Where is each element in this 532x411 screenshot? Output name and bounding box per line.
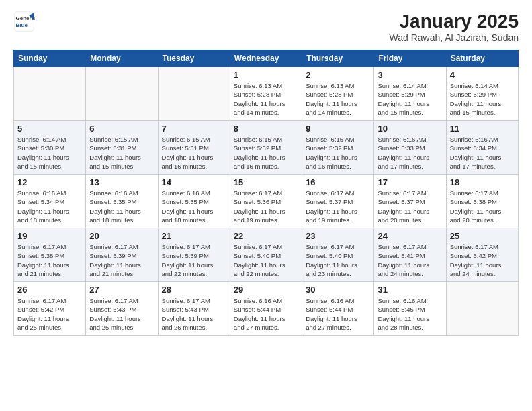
day-cell: 23Sunrise: 6:17 AM Sunset: 5:40 PM Dayli… xyxy=(302,228,374,282)
day-cell: 13Sunrise: 6:16 AM Sunset: 5:35 PM Dayli… xyxy=(86,175,158,228)
day-info: Sunrise: 6:16 AM Sunset: 5:34 PM Dayligh… xyxy=(17,189,82,224)
day-cell: 16Sunrise: 6:17 AM Sunset: 5:37 PM Dayli… xyxy=(302,175,374,228)
day-number: 19 xyxy=(17,231,82,241)
day-info: Sunrise: 6:17 AM Sunset: 5:38 PM Dayligh… xyxy=(450,189,515,224)
calendar-header-row: SundayMondayTuesdayWednesdayThursdayFrid… xyxy=(14,50,519,67)
day-info: Sunrise: 6:13 AM Sunset: 5:28 PM Dayligh… xyxy=(306,81,370,117)
day-cell: 31Sunrise: 6:16 AM Sunset: 5:45 PM Dayli… xyxy=(374,282,446,336)
month-title: January 2025 xyxy=(390,11,519,32)
day-info: Sunrise: 6:17 AM Sunset: 5:42 PM Dayligh… xyxy=(450,242,515,278)
day-info: Sunrise: 6:17 AM Sunset: 5:43 PM Dayligh… xyxy=(89,296,154,332)
day-info: Sunrise: 6:16 AM Sunset: 5:44 PM Dayligh… xyxy=(306,296,370,332)
day-info: Sunrise: 6:14 AM Sunset: 5:29 PM Dayligh… xyxy=(450,81,515,117)
day-cell: 27Sunrise: 6:17 AM Sunset: 5:43 PM Dayli… xyxy=(86,282,158,336)
day-cell: 26Sunrise: 6:17 AM Sunset: 5:42 PM Dayli… xyxy=(14,282,86,336)
week-row-4: 19Sunrise: 6:17 AM Sunset: 5:38 PM Dayli… xyxy=(14,228,519,282)
day-info: Sunrise: 6:17 AM Sunset: 5:39 PM Dayligh… xyxy=(162,242,226,278)
col-header-wednesday: Wednesday xyxy=(230,50,302,67)
day-number: 15 xyxy=(234,177,298,187)
day-info: Sunrise: 6:13 AM Sunset: 5:28 PM Dayligh… xyxy=(234,81,298,117)
calendar-table: SundayMondayTuesdayWednesdayThursdayFrid… xyxy=(13,50,519,336)
day-info: Sunrise: 6:16 AM Sunset: 5:35 PM Dayligh… xyxy=(162,189,226,224)
logo-icon: General Blue xyxy=(13,11,35,32)
day-cell: 30Sunrise: 6:16 AM Sunset: 5:44 PM Dayli… xyxy=(302,282,374,336)
day-number: 28 xyxy=(162,285,226,295)
day-cell: 29Sunrise: 6:16 AM Sunset: 5:44 PM Dayli… xyxy=(230,282,302,336)
col-header-friday: Friday xyxy=(374,50,446,67)
day-number: 18 xyxy=(450,177,515,187)
day-info: Sunrise: 6:15 AM Sunset: 5:31 PM Dayligh… xyxy=(162,135,226,171)
day-number: 1 xyxy=(234,70,298,80)
day-number: 11 xyxy=(450,124,515,134)
day-number: 14 xyxy=(162,177,226,187)
day-cell: 3Sunrise: 6:14 AM Sunset: 5:29 PM Daylig… xyxy=(374,67,446,121)
day-number: 9 xyxy=(306,124,370,134)
title-block: January 2025 Wad Rawah, Al Jazirah, Suda… xyxy=(390,11,519,43)
logo: General Blue xyxy=(13,11,35,32)
day-number: 12 xyxy=(17,177,82,187)
week-row-2: 5Sunrise: 6:14 AM Sunset: 5:30 PM Daylig… xyxy=(14,121,519,175)
day-cell: 9Sunrise: 6:15 AM Sunset: 5:32 PM Daylig… xyxy=(302,121,374,175)
day-number: 20 xyxy=(89,231,154,241)
day-info: Sunrise: 6:16 AM Sunset: 5:33 PM Dayligh… xyxy=(378,135,442,171)
day-number: 13 xyxy=(89,177,154,187)
day-cell: 28Sunrise: 6:17 AM Sunset: 5:43 PM Dayli… xyxy=(158,282,230,336)
day-info: Sunrise: 6:15 AM Sunset: 5:31 PM Dayligh… xyxy=(89,135,154,171)
day-cell: 19Sunrise: 6:17 AM Sunset: 5:38 PM Dayli… xyxy=(14,228,86,282)
day-cell: 18Sunrise: 6:17 AM Sunset: 5:38 PM Dayli… xyxy=(446,175,518,228)
day-number: 25 xyxy=(450,231,515,241)
day-number: 27 xyxy=(89,285,154,295)
day-cell: 11Sunrise: 6:16 AM Sunset: 5:34 PM Dayli… xyxy=(446,121,518,175)
day-number: 26 xyxy=(17,285,82,295)
location: Wad Rawah, Al Jazirah, Sudan xyxy=(390,32,519,43)
day-info: Sunrise: 6:14 AM Sunset: 5:29 PM Dayligh… xyxy=(378,81,442,117)
day-cell: 4Sunrise: 6:14 AM Sunset: 5:29 PM Daylig… xyxy=(446,67,518,121)
day-info: Sunrise: 6:17 AM Sunset: 5:41 PM Dayligh… xyxy=(378,242,442,278)
page-container: General Blue January 2025 Wad Rawah, Al … xyxy=(0,0,532,411)
day-info: Sunrise: 6:17 AM Sunset: 5:39 PM Dayligh… xyxy=(89,242,154,278)
col-header-thursday: Thursday xyxy=(302,50,374,67)
day-number: 30 xyxy=(306,285,370,295)
day-info: Sunrise: 6:16 AM Sunset: 5:44 PM Dayligh… xyxy=(234,296,298,332)
day-cell: 7Sunrise: 6:15 AM Sunset: 5:31 PM Daylig… xyxy=(158,121,230,175)
day-cell: 22Sunrise: 6:17 AM Sunset: 5:40 PM Dayli… xyxy=(230,228,302,282)
day-cell: 24Sunrise: 6:17 AM Sunset: 5:41 PM Dayli… xyxy=(374,228,446,282)
day-number: 16 xyxy=(306,177,370,187)
day-cell: 5Sunrise: 6:14 AM Sunset: 5:30 PM Daylig… xyxy=(14,121,86,175)
header: General Blue January 2025 Wad Rawah, Al … xyxy=(13,11,519,43)
day-info: Sunrise: 6:17 AM Sunset: 5:37 PM Dayligh… xyxy=(378,189,442,224)
day-cell xyxy=(158,67,230,121)
day-cell: 2Sunrise: 6:13 AM Sunset: 5:28 PM Daylig… xyxy=(302,67,374,121)
day-cell: 12Sunrise: 6:16 AM Sunset: 5:34 PM Dayli… xyxy=(14,175,86,228)
week-row-1: 1Sunrise: 6:13 AM Sunset: 5:28 PM Daylig… xyxy=(14,67,519,121)
day-info: Sunrise: 6:15 AM Sunset: 5:32 PM Dayligh… xyxy=(234,135,298,171)
day-info: Sunrise: 6:16 AM Sunset: 5:45 PM Dayligh… xyxy=(378,296,442,332)
day-cell: 15Sunrise: 6:17 AM Sunset: 5:36 PM Dayli… xyxy=(230,175,302,228)
day-number: 5 xyxy=(17,124,82,134)
svg-text:Blue: Blue xyxy=(16,22,28,28)
day-info: Sunrise: 6:17 AM Sunset: 5:37 PM Dayligh… xyxy=(306,189,370,224)
day-cell: 14Sunrise: 6:16 AM Sunset: 5:35 PM Dayli… xyxy=(158,175,230,228)
day-number: 17 xyxy=(378,177,442,187)
day-info: Sunrise: 6:17 AM Sunset: 5:42 PM Dayligh… xyxy=(17,296,82,332)
day-number: 8 xyxy=(234,124,298,134)
day-number: 29 xyxy=(234,285,298,295)
day-number: 10 xyxy=(378,124,442,134)
week-row-5: 26Sunrise: 6:17 AM Sunset: 5:42 PM Dayli… xyxy=(14,282,519,336)
day-number: 23 xyxy=(306,231,370,241)
day-number: 22 xyxy=(234,231,298,241)
day-info: Sunrise: 6:15 AM Sunset: 5:32 PM Dayligh… xyxy=(306,135,370,171)
day-cell xyxy=(446,282,518,336)
day-cell: 6Sunrise: 6:15 AM Sunset: 5:31 PM Daylig… xyxy=(86,121,158,175)
col-header-tuesday: Tuesday xyxy=(158,50,230,67)
col-header-monday: Monday xyxy=(86,50,158,67)
day-cell xyxy=(14,67,86,121)
day-info: Sunrise: 6:17 AM Sunset: 5:43 PM Dayligh… xyxy=(162,296,226,332)
day-cell: 25Sunrise: 6:17 AM Sunset: 5:42 PM Dayli… xyxy=(446,228,518,282)
day-number: 6 xyxy=(89,124,154,134)
day-number: 21 xyxy=(162,231,226,241)
day-info: Sunrise: 6:17 AM Sunset: 5:40 PM Dayligh… xyxy=(234,242,298,278)
week-row-3: 12Sunrise: 6:16 AM Sunset: 5:34 PM Dayli… xyxy=(14,175,519,228)
day-info: Sunrise: 6:17 AM Sunset: 5:36 PM Dayligh… xyxy=(234,189,298,224)
col-header-saturday: Saturday xyxy=(446,50,518,67)
